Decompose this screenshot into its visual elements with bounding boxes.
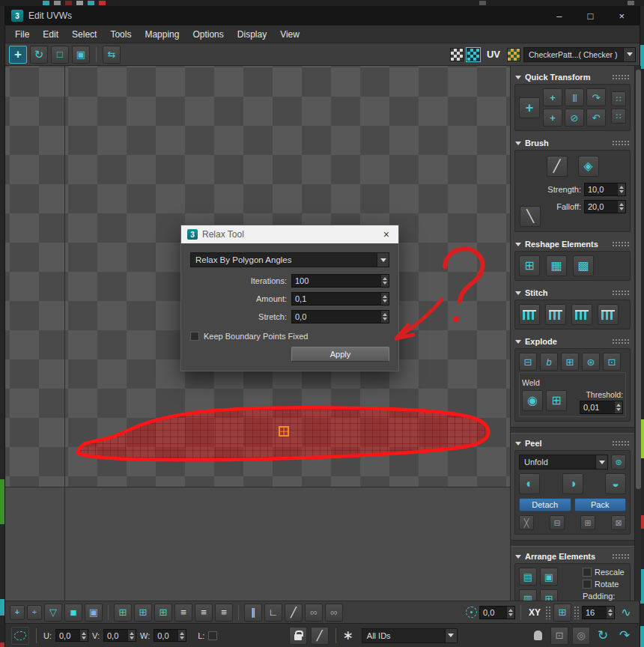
align-center-button[interactable]: ⊘ — [565, 109, 584, 127]
menu-tools[interactable]: Tools — [103, 27, 138, 42]
maximize-button[interactable]: □ — [588, 10, 594, 22]
paint-move-brush-button[interactable]: ╱ — [547, 156, 568, 177]
spinner-arrows[interactable] — [127, 630, 136, 641]
stitch-custom-button[interactable] — [519, 304, 540, 325]
dropdown-arrow-icon[interactable] — [595, 455, 607, 469]
menu-select[interactable]: Select — [65, 27, 103, 42]
panel-grip[interactable] — [612, 290, 630, 296]
preview-brush-button[interactable]: ╱ — [311, 627, 329, 645]
vertex-subobject-button[interactable]: ▽ — [44, 604, 62, 622]
material-id-dropdown[interactable]: All IDs — [362, 628, 458, 643]
title-bar[interactable]: 3 Edit UVWs – □ × — [5, 6, 640, 25]
falloff-curve-button[interactable]: ╲ — [520, 206, 541, 227]
shrink-selection-button[interactable]: ⊞ — [154, 604, 172, 622]
dialog-title-bar[interactable]: 3 Relax Tool × — [181, 225, 398, 243]
menu-display[interactable]: Display — [231, 27, 273, 42]
minimize-button[interactable]: – — [556, 10, 562, 22]
dropdown-arrow-icon[interactable] — [623, 48, 635, 61]
panel-scrollbar[interactable] — [634, 66, 641, 601]
snap-grid-button[interactable]: ⊞ — [553, 604, 571, 622]
stitch-to-target-button[interactable] — [545, 304, 566, 325]
toolbar-grip[interactable] — [574, 606, 580, 619]
relax-face-button[interactable]: ▩ — [573, 255, 594, 276]
zoom-extents-button[interactable]: ↻ — [594, 627, 612, 645]
panel-grip[interactable] — [612, 440, 630, 446]
dropdown-arrow-icon[interactable] — [445, 629, 457, 643]
soft-falloff-button[interactable]: ∿ — [617, 604, 635, 622]
edit-seams-button[interactable]: ╳ — [519, 515, 534, 530]
pan-button[interactable] — [529, 627, 547, 645]
stretch-spinner[interactable]: 0,0 — [291, 310, 389, 324]
panel-header-reshape[interactable]: Reshape Elements — [511, 237, 634, 251]
grid-size-spinner[interactable]: 16 — [582, 606, 615, 619]
checker-pattern-button[interactable] — [467, 48, 480, 61]
align-to-edge-button[interactable]: + — [519, 97, 540, 118]
keep-boundary-checkbox[interactable] — [190, 332, 199, 341]
menu-mapping[interactable]: Mapping — [138, 27, 186, 42]
face-subobject-button[interactable]: ▣ — [85, 604, 103, 622]
flatten-mapping-button[interactable]: ⊡ — [603, 353, 621, 371]
sync-selection-button[interactable]: ∞ — [305, 604, 323, 622]
dialog-close-button[interactable]: × — [380, 228, 392, 240]
pack-together-button[interactable]: ▥ — [519, 589, 537, 601]
spinner-arrows[interactable] — [506, 607, 514, 619]
menu-file[interactable]: File — [8, 27, 36, 42]
soft-selection-button[interactable]: + — [10, 605, 25, 620]
menu-options[interactable]: Options — [186, 27, 230, 42]
zoom-button[interactable]: ◎ — [572, 627, 590, 645]
relax-brush-button[interactable]: ◈ — [578, 156, 599, 177]
strength-spinner[interactable]: 10,0 — [584, 183, 626, 196]
panel-header-explode[interactable]: Explode — [511, 335, 634, 348]
weld-selected-button[interactable]: ◉ — [522, 390, 543, 411]
iterations-spinner[interactable]: 100 — [291, 274, 389, 288]
menu-view[interactable]: View — [273, 27, 306, 42]
detach-button[interactable]: Detach — [519, 498, 571, 511]
paint-selection-button[interactable]: + — [27, 605, 42, 620]
region-tool-button[interactable]: ▣ — [72, 46, 90, 64]
unsync-selection-button[interactable]: ∞ — [325, 604, 343, 622]
zoom-selected-button[interactable]: ↷ — [616, 627, 634, 645]
weld-all-button[interactable]: ⊞ — [546, 390, 567, 411]
panel-header-peel[interactable]: Peel — [511, 437, 634, 450]
spinner-arrows[interactable] — [177, 630, 186, 641]
lock-selection-checkbox[interactable] — [208, 631, 217, 640]
pack-normalize-button[interactable]: ▣ — [540, 568, 558, 586]
pack-button[interactable]: Pack — [574, 498, 627, 511]
rescale-elements-button[interactable]: ⊞ — [540, 589, 558, 601]
move-h-button[interactable]: + — [543, 88, 562, 106]
stitch-average-button[interactable] — [598, 304, 619, 325]
close-button[interactable]: × — [619, 10, 625, 22]
unfold-dropdown[interactable]: Unfold — [519, 455, 608, 470]
rotate-cw-button[interactable]: ↷ — [586, 88, 606, 106]
align-vertical-button[interactable]: ||| — [565, 88, 584, 106]
axis-space-label[interactable]: XY — [529, 607, 541, 618]
panel-header-stitch[interactable]: Stitch — [511, 286, 634, 300]
spinner-arrows[interactable] — [79, 630, 88, 641]
scrollbar-thumb[interactable] — [636, 70, 641, 489]
panel-header-brush[interactable]: Brush — [511, 136, 634, 150]
v-field[interactable]: 0,0 — [103, 629, 136, 642]
panel-grip[interactable] — [612, 241, 630, 247]
toolbar-grip[interactable] — [545, 606, 551, 619]
falloff-spinner[interactable]: 20,0 — [584, 200, 626, 213]
select-loop-button[interactable]: ≡ — [174, 604, 192, 622]
ignore-backfacing-button[interactable]: ∥ — [244, 604, 262, 622]
panel-grip[interactable] — [612, 553, 630, 559]
transform-center-icon[interactable] — [466, 607, 477, 618]
menu-edit[interactable]: Edit — [36, 27, 65, 42]
peel-mode-button[interactable]: ◑ — [562, 473, 583, 494]
relax-spacing-button[interactable]: ▦ — [546, 255, 567, 276]
break-by-smoothing-button[interactable]: b — [540, 353, 558, 371]
distribute-h-button[interactable]: ∷ — [611, 91, 626, 106]
dropdown-arrow-icon[interactable] — [377, 253, 389, 267]
straighten-button[interactable]: ⊞ — [519, 255, 540, 276]
panel-header-quick-transform[interactable]: Quick Transform — [511, 70, 634, 84]
move-tool-button[interactable]: + — [9, 46, 27, 64]
snowflake-icon[interactable]: ∗ — [343, 628, 353, 643]
pelt-map-button[interactable]: ◒ — [605, 473, 626, 494]
planar-angle-button[interactable]: ∟ — [264, 604, 282, 622]
rescale-checkbox[interactable] — [583, 568, 592, 577]
lock-selected-button[interactable] — [289, 627, 307, 645]
move-v-button[interactable]: + — [543, 109, 562, 127]
break-by-material-button[interactable]: ⊞ — [561, 353, 579, 371]
